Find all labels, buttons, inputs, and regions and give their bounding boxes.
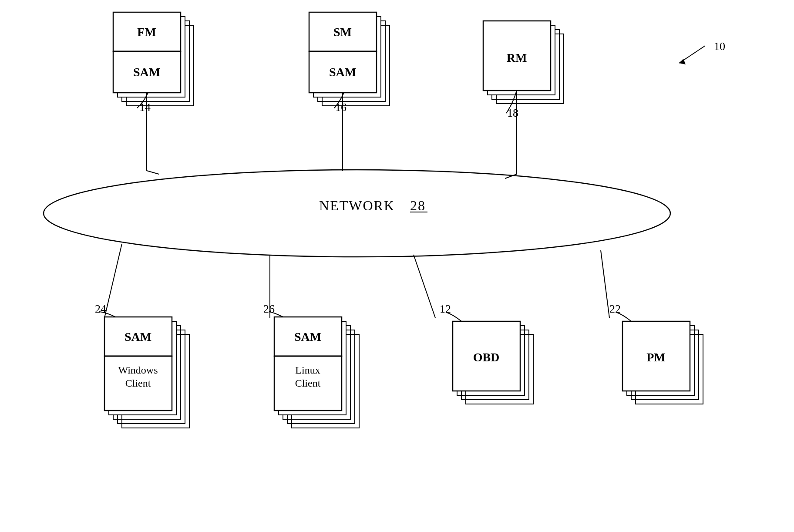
network-ref: 28 <box>410 198 426 213</box>
network-label: NETWORK <box>319 198 395 213</box>
ref-14: 14 <box>139 101 151 114</box>
ref-16: 16 <box>335 101 347 114</box>
fm-label: FM <box>137 25 156 39</box>
ref-26: 26 <box>263 303 275 315</box>
svg-line-26 <box>414 255 435 318</box>
sm-sam-label: SAM <box>329 65 356 79</box>
sm-label: SM <box>333 25 352 39</box>
windows-client-label2: Client <box>125 377 151 389</box>
diagram: 10 FM SAM 14 SM SAM 16 <box>0 0 794 532</box>
linux-client-label1: Linux <box>295 364 320 376</box>
obd-label: OBD <box>473 350 500 364</box>
windows-client-label1: Windows <box>118 364 158 376</box>
sam-linux-sam-label: SAM <box>294 330 321 343</box>
sam-windows-sam-label: SAM <box>124 330 151 343</box>
svg-line-20 <box>147 171 159 174</box>
svg-line-24 <box>104 244 122 318</box>
network-ellipse <box>44 170 670 257</box>
rm-label: RM <box>507 51 527 64</box>
ref-10: 10 <box>714 40 725 53</box>
linux-client-label2: Client <box>295 377 321 389</box>
pm-label: PM <box>646 350 666 364</box>
ref-24: 24 <box>95 303 106 315</box>
svg-line-27 <box>601 250 609 318</box>
fm-sam-label: SAM <box>133 65 160 79</box>
